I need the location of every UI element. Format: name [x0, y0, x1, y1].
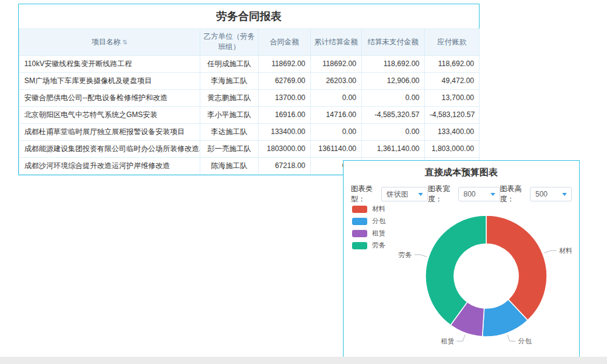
table-cell: 13700.00	[259, 89, 311, 106]
report-table-body: 110kV安徽线程集变开断线路工程任明成施工队118692.00118692.0…	[19, 55, 480, 174]
table-cell: 49,472.00	[425, 72, 480, 89]
table-row[interactable]: 110kV安徽线程集变开断线路工程任明成施工队118692.00118692.0…	[19, 55, 480, 72]
table-cell: 16916.00	[259, 106, 311, 123]
column-header-unpaid-amount: 结算未支付金额	[362, 29, 425, 56]
cost-budget-chart-panel: 直接成本预算图表 图表类型： 饼状图 图表宽度： 800 图表高度： 500	[343, 160, 580, 360]
chevron-down-icon	[490, 193, 495, 196]
table-cell: 12,906.00	[362, 72, 425, 89]
column-header-contract-amount: 合同金额	[259, 29, 311, 56]
pie-label: 分包	[518, 337, 532, 345]
legend-swatch	[352, 230, 367, 237]
legend-label: 材料	[372, 204, 385, 214]
table-cell: 黄志鹏施工队	[200, 89, 259, 106]
legend-swatch	[352, 206, 367, 213]
project-name-link[interactable]: SM广场地下车库更换摄像机及硬盘项目	[19, 72, 200, 89]
project-name-link[interactable]: 110kV安徽线程集变开断线路工程	[19, 55, 200, 72]
pie-label: 劳务	[399, 251, 412, 258]
project-name-link[interactable]: 安徽合肥供电公司--配电设备检修维护和改造	[19, 89, 200, 106]
legend-item[interactable]: 材料	[352, 204, 385, 214]
table-cell: 1,803,000.00	[425, 140, 480, 157]
pie-label-leader	[544, 251, 557, 253]
table-cell: 1803000.00	[259, 140, 311, 157]
chevron-down-icon	[418, 193, 423, 196]
table-row[interactable]: SM广场地下车库更换摄像机及硬盘项目李海施工队62769.0026203.001…	[19, 72, 480, 89]
column-header-party-b: 乙方单位（劳务班组）	[200, 29, 259, 56]
table-cell: 0.00	[362, 89, 425, 106]
pie-label-leader	[415, 255, 427, 257]
sort-icon[interactable]: ⇅	[123, 39, 127, 46]
table-cell: 0.00	[311, 89, 362, 106]
table-cell: 133400.00	[259, 123, 311, 140]
project-name-link[interactable]: 成都杜甫草堂临时展厅独立展柜报警设备安装项目	[19, 123, 200, 140]
table-row[interactable]: 成都杜甫草堂临时展厅独立展柜报警设备安装项目李达施工队133400.000.00…	[19, 123, 480, 140]
table-cell: 118,692.00	[362, 55, 425, 72]
table-cell: 陈海施工队	[200, 157, 259, 174]
legend-item[interactable]: 分包	[352, 217, 385, 226]
report-title: 劳务合同报表	[19, 4, 479, 29]
table-cell: 118692.00	[259, 55, 311, 72]
page: 劳务合同报表 项目名称⇅ 乙方单位（劳务班组） 合同金额 累计结算金额 结算未支…	[0, 0, 607, 364]
legend-label: 分包	[372, 217, 385, 226]
table-cell: 0.00	[362, 123, 425, 140]
chevron-down-icon	[562, 193, 567, 196]
legend-swatch	[352, 218, 367, 225]
labor-contract-report-panel: 劳务合同报表 项目名称⇅ 乙方单位（劳务班组） 合同金额 累计结算金额 结算未支…	[18, 4, 480, 175]
table-cell: -4,583,120.57	[425, 106, 480, 123]
pie-label-leader	[456, 335, 465, 341]
table-row[interactable]: 北京朝阳区电气中芯特气系统之GMS安装李小平施工队16916.0014716.0…	[19, 106, 480, 123]
legend-swatch	[352, 242, 367, 249]
table-cell: 14716.00	[311, 106, 362, 123]
table-cell: 118692.00	[311, 55, 362, 72]
pie-label-leader	[507, 335, 516, 341]
table-row[interactable]: 成都能源建设集团投资有限公司临时办公场所装修改造工程EPC彭一亮施工队18030…	[19, 140, 480, 157]
pie-label: 材料	[559, 247, 572, 254]
chart-legend: 材料分包租赁劳务	[352, 204, 385, 253]
table-cell: 62769.00	[259, 72, 311, 89]
table-cell: 彭一亮施工队	[200, 140, 259, 157]
table-cell: 0.00	[311, 123, 362, 140]
legend-item[interactable]: 劳务	[352, 241, 385, 250]
legend-item[interactable]: 租赁	[352, 229, 385, 238]
table-cell: 118,692.00	[425, 55, 480, 72]
table-cell: 1,361,140.00	[362, 140, 425, 157]
table-row[interactable]: 安徽合肥供电公司--配电设备检修维护和改造黄志鹏施工队13700.000.000…	[19, 89, 480, 106]
report-table: 项目名称⇅ 乙方单位（劳务班组） 合同金额 累计结算金额 结算未支付金额 应付账…	[19, 29, 480, 175]
horizontal-scrollbar[interactable]	[0, 357, 607, 364]
column-header-project-name[interactable]: 项目名称⇅	[19, 29, 200, 56]
chart-title: 直接成本预算图表	[344, 161, 579, 184]
table-cell: 13,700.00	[425, 89, 480, 106]
table-cell: 67218.00	[259, 157, 311, 174]
table-cell: 任明成施工队	[200, 55, 259, 72]
legend-label: 租赁	[372, 229, 385, 238]
table-cell: 26203.00	[311, 72, 362, 89]
table-cell: 李达施工队	[200, 123, 259, 140]
table-cell: 李小平施工队	[200, 106, 259, 123]
table-cell: -4,585,320.57	[362, 106, 425, 123]
table-cell: 李海施工队	[200, 72, 259, 89]
column-header-label: 项目名称	[92, 38, 121, 46]
column-header-settled-amount: 累计结算金额	[311, 29, 362, 56]
pie-label: 租赁	[441, 337, 454, 345]
table-header-row: 项目名称⇅ 乙方单位（劳务班组） 合同金额 累计结算金额 结算未支付金额 应付账…	[19, 29, 480, 56]
table-cell: 1361140.00	[311, 140, 362, 157]
project-name-link[interactable]: 北京朝阳区电气中芯特气系统之GMS安装	[19, 106, 200, 123]
pie-slice[interactable]	[486, 215, 547, 320]
table-cell: 133,400.00	[425, 123, 480, 140]
project-name-link[interactable]: 成都能源建设集团投资有限公司临时办公场所装修改造工程EPC	[19, 140, 200, 157]
legend-label: 劳务	[372, 241, 385, 250]
column-header-payable: 应付账款	[425, 29, 480, 56]
project-name-link[interactable]: 成都沙河环境综合提升改造运河护岸维修改造	[19, 157, 200, 174]
